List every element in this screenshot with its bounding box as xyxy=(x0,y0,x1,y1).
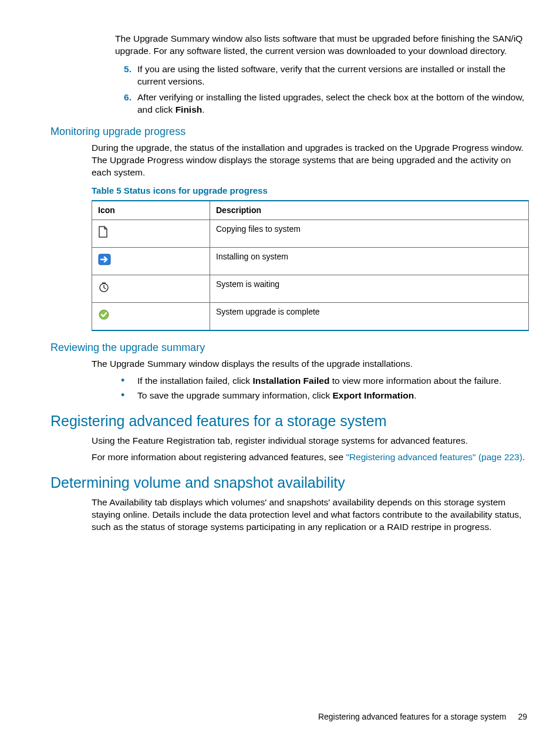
monitoring-paragraph: During the upgrade, the status of the in… xyxy=(92,142,527,179)
review-bullets: If the installation failed, click Instal… xyxy=(33,375,527,402)
step-text: . xyxy=(202,104,204,114)
table-row: System is waiting xyxy=(92,275,529,302)
review-paragraph: The Upgrade Summary window displays the … xyxy=(92,358,527,370)
waiting-clock-icon xyxy=(98,281,110,296)
register-paragraph: Using the Feature Registration tab, regi… xyxy=(92,435,527,447)
xref-registering-advanced-features[interactable]: "Registering advanced features" (page 22… xyxy=(346,452,522,462)
table-caption: Table 5 Status icons for upgrade progres… xyxy=(92,185,527,197)
step-5: 5. If you are using the listed software,… xyxy=(115,63,527,88)
th-description: Description xyxy=(210,201,529,220)
table-row: Installing on system xyxy=(92,247,529,275)
table-row: System upgrade is complete xyxy=(92,302,529,330)
cell-description: Installing on system xyxy=(210,247,529,275)
numbered-steps: 5. If you are using the listed software,… xyxy=(33,63,527,116)
determine-paragraph: The Availability tab displays which volu… xyxy=(92,497,527,534)
bullet-text: to view more information about the failu… xyxy=(329,376,501,386)
text: . xyxy=(522,452,525,462)
step-text: If you are using the listed software, ve… xyxy=(137,64,505,86)
file-copy-icon xyxy=(98,226,109,241)
heading-registering: Registering advanced features for a stor… xyxy=(50,411,527,431)
install-arrow-icon xyxy=(98,254,111,268)
list-item: To save the upgrade summary information,… xyxy=(115,390,527,402)
heading-monitoring: Monitoring upgrade progress xyxy=(50,124,527,139)
bullet-text: To save the upgrade summary information,… xyxy=(137,390,333,400)
step-6: 6. After verifying or installing the lis… xyxy=(115,92,527,116)
heading-determining: Determining volume and snapshot availabi… xyxy=(50,473,527,493)
register-paragraph: For more information about registering a… xyxy=(92,451,527,464)
installation-failed-label: Installation Failed xyxy=(252,376,329,386)
th-icon: Icon xyxy=(92,201,210,220)
table-row: Copying files to system xyxy=(92,220,529,247)
list-item: If the installation failed, click Instal… xyxy=(115,375,527,387)
step-number: 5. xyxy=(115,63,131,76)
intro-paragraph: The Upgrade Summary window also lists so… xyxy=(115,33,527,58)
step-number: 6. xyxy=(115,92,131,104)
heading-reviewing: Reviewing the upgrade summary xyxy=(50,340,527,355)
export-information-label: Export Information xyxy=(333,390,414,400)
cell-description: System is waiting xyxy=(210,275,529,302)
cell-description: System upgrade is complete xyxy=(210,302,529,330)
complete-check-icon xyxy=(98,309,110,323)
status-icons-table: Icon Description Copying files to system… xyxy=(92,200,529,331)
bullet-text: If the installation failed, click xyxy=(137,376,252,386)
bullet-text: . xyxy=(414,390,416,400)
cell-description: Copying files to system xyxy=(210,220,529,247)
finish-label: Finish xyxy=(176,104,203,114)
text: For more information about registering a… xyxy=(92,452,346,462)
